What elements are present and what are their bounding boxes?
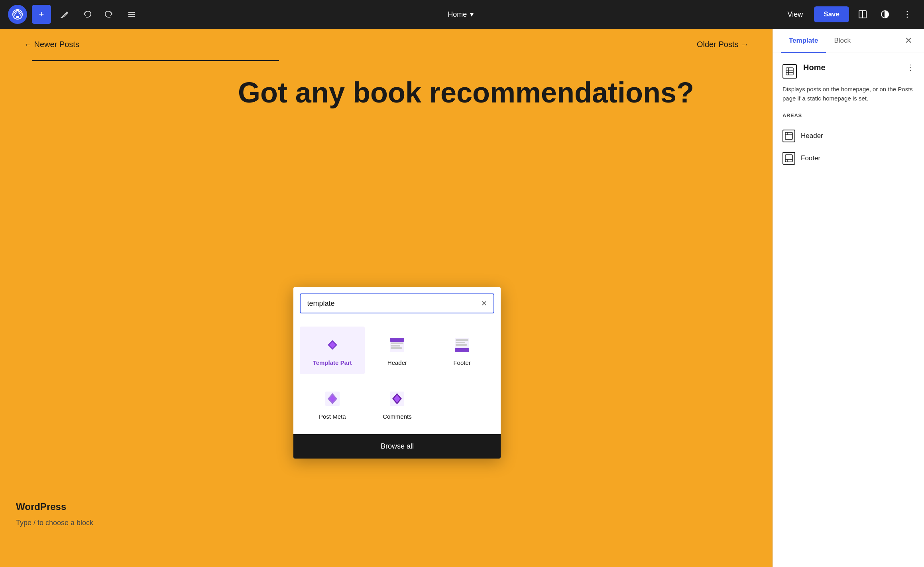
header-block-label: Header (387, 359, 407, 366)
footer-block-icon (452, 335, 472, 355)
comments-icon (387, 388, 407, 409)
canvas-navigation: ← Newer Posts Older Posts → (0, 29, 773, 60)
layout-toggle-button[interactable] (854, 6, 871, 23)
footer-block-label: Footer (453, 359, 470, 366)
toolbar-center: Home ▾ (145, 7, 777, 22)
footer-block-hint: Type / to choose a block (16, 519, 93, 527)
sidebar-content: Home ⋮ Displays posts on the homepage, o… (773, 53, 924, 567)
area-item-footer[interactable]: Footer (782, 147, 914, 169)
search-input-wrapper: ✕ (300, 293, 494, 313)
older-posts-link[interactable]: Older Posts → (697, 40, 749, 49)
comments-block-item[interactable]: Comments (365, 380, 430, 428)
svg-rect-23 (455, 348, 469, 352)
template-menu-button[interactable]: ⋮ (906, 63, 914, 72)
header-area-name: Header (801, 132, 823, 140)
svg-rect-37 (785, 155, 792, 162)
header-area-icon (782, 130, 795, 142)
sidebar-tabs: Template Block ✕ (773, 29, 924, 53)
post-meta-block-item[interactable]: Post Meta (300, 380, 365, 428)
canvas-divider (32, 60, 279, 61)
footer-brand: WordPress (16, 501, 93, 512)
svg-rect-22 (456, 344, 467, 346)
area-item-header[interactable]: Header (782, 125, 914, 147)
view-button[interactable]: View (781, 7, 810, 22)
template-header: Home ⋮ (782, 63, 914, 79)
svg-rect-34 (785, 132, 792, 140)
block-grid-row2: Post Meta Comments (293, 380, 501, 434)
svg-rect-16 (391, 343, 403, 344)
add-block-button[interactable]: + (32, 5, 51, 24)
search-clear-button[interactable]: ✕ (481, 299, 487, 308)
svg-rect-21 (456, 342, 465, 343)
svg-point-8 (907, 11, 908, 12)
footer-area-name: Footer (801, 154, 820, 162)
newer-posts-link[interactable]: ← Newer Posts (24, 40, 79, 49)
canvas-heading: Got any book recommendations? (0, 77, 773, 108)
svg-point-9 (907, 14, 908, 15)
chevron-down-icon: ▾ (470, 10, 474, 19)
undo-button[interactable] (78, 6, 96, 23)
redo-button[interactable] (100, 6, 118, 23)
header-block-icon (387, 335, 407, 355)
post-meta-label: Post Meta (319, 413, 346, 420)
main-layout: ← Newer Posts Older Posts → Got any book… (0, 29, 924, 567)
template-part-icon (322, 335, 343, 355)
svg-rect-20 (456, 339, 468, 341)
tab-block[interactable]: Block (826, 29, 859, 53)
contrast-toggle-button[interactable] (876, 6, 894, 23)
footer-block-item[interactable]: Footer (430, 327, 495, 374)
block-inserter-search: ✕ (293, 287, 501, 320)
search-input[interactable] (307, 299, 476, 308)
post-meta-icon (322, 388, 343, 409)
more-options-button[interactable] (898, 6, 916, 23)
page-title-button[interactable]: Home ▾ (441, 7, 480, 22)
template-part-label: Template Part (313, 359, 352, 366)
svg-point-10 (907, 17, 908, 18)
comments-label: Comments (383, 413, 412, 420)
areas-label: AREAS (782, 112, 914, 118)
list-view-button[interactable] (123, 6, 140, 23)
canvas-footer: WordPress Type / to choose a block (16, 501, 93, 527)
template-icon (782, 64, 797, 79)
edit-tool-button[interactable] (56, 6, 73, 23)
page-title-text: Home (448, 10, 467, 19)
footer-area-icon (782, 152, 795, 165)
block-grid-row1: Template Part Header (293, 320, 501, 380)
right-sidebar: Template Block ✕ Home ⋮ (773, 29, 924, 567)
svg-rect-30 (786, 68, 793, 75)
template-name: Home (803, 63, 826, 72)
wp-logo-icon[interactable] (8, 5, 27, 24)
tab-template[interactable]: Template (781, 29, 826, 53)
browse-all-button[interactable]: Browse all (293, 434, 501, 459)
toolbar-right: View Save (781, 6, 916, 23)
svg-rect-15 (390, 338, 404, 342)
toolbar: + Home ▾ View Save (0, 0, 924, 29)
header-block-item[interactable]: Header (365, 327, 430, 374)
save-button[interactable]: Save (814, 6, 849, 22)
template-title-row: Home ⋮ (803, 63, 914, 72)
close-sidebar-button[interactable]: ✕ (901, 29, 916, 53)
svg-rect-18 (391, 347, 402, 349)
block-inserter-popup: ✕ Template Part (293, 287, 501, 459)
canvas-area: ← Newer Posts Older Posts → Got any book… (0, 29, 773, 567)
svg-point-1 (16, 16, 19, 18)
template-description: Displays posts on the homepage, or on th… (782, 85, 914, 103)
template-part-block-item[interactable]: Template Part (300, 327, 365, 374)
svg-rect-17 (391, 345, 400, 346)
